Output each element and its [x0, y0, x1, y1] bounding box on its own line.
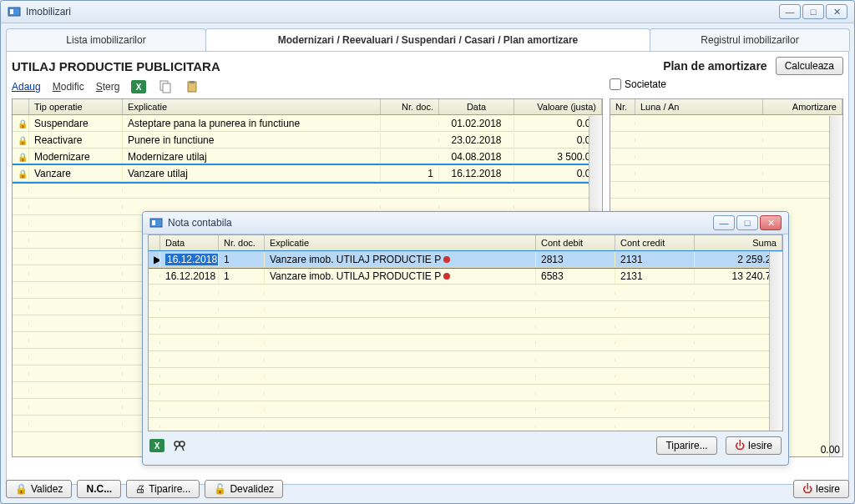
- col-valoare[interactable]: Valoare (justa): [514, 99, 602, 114]
- societate-checkbox[interactable]: [610, 78, 621, 90]
- table-row[interactable]: [149, 368, 782, 385]
- col-amort[interactable]: Amortizare: [763, 99, 842, 114]
- modal-titlebar[interactable]: Nota contabila — □ ✕: [143, 212, 788, 234]
- col-nrdoc[interactable]: Nr. doc.: [381, 99, 439, 114]
- col-nrdoc[interactable]: Nr. doc.: [219, 235, 265, 250]
- app-icon: [149, 216, 163, 229]
- scrollbar[interactable]: [829, 116, 842, 456]
- iesire-button[interactable]: ⏻Iesire: [793, 480, 849, 498]
- col-tip[interactable]: Tip operatie: [29, 99, 123, 114]
- tiparire-button[interactable]: 🖨Tiparire...: [126, 480, 200, 498]
- svg-text:X: X: [136, 83, 142, 92]
- paste-icon[interactable]: [185, 80, 200, 93]
- plan-heading: Plan de amortizare: [663, 59, 767, 73]
- tab-bar: Lista imobilizarilor Modernizari / Reeva…: [6, 28, 849, 51]
- modific-link[interactable]: Modific: [53, 81, 84, 93]
- table-row[interactable]: 🔒ModernizareModernizare utilaj04.08.2018…: [13, 149, 602, 165]
- col-luna[interactable]: Luna / An: [635, 99, 763, 114]
- status-don: [443, 256, 450, 263]
- table-row[interactable]: [149, 418, 782, 431]
- excel-icon[interactable]: X: [149, 439, 164, 452]
- tab-lista[interactable]: Lista imobilizarilor: [6, 28, 206, 51]
- printer-icon: 🖨: [135, 483, 145, 495]
- calculeaza-button[interactable]: Calculeaza: [776, 57, 843, 75]
- status-don: [443, 273, 450, 280]
- maximize-button[interactable]: □: [802, 4, 824, 19]
- power-icon: ⏻: [735, 440, 745, 451]
- table-row[interactable]: [13, 182, 602, 199]
- svg-rect-1: [10, 9, 13, 14]
- col-explicatie[interactable]: Explicatie: [265, 235, 536, 250]
- table-row[interactable]: 16.12.20181Vanzare imob. UTILAJ PRODUCTI…: [149, 268, 782, 285]
- table-row[interactable]: 🔒ReactivarePunere in functiune23.02.2018…: [13, 132, 602, 149]
- unlock-icon: 🔓: [214, 483, 226, 495]
- svg-rect-7: [190, 81, 195, 83]
- col-data[interactable]: Data: [439, 99, 514, 114]
- bottom-bar: 🔒Validez N.C... 🖨Tiparire... 🔓Devalidez …: [6, 480, 849, 498]
- minimize-button[interactable]: —: [779, 4, 801, 19]
- app-icon: [8, 5, 21, 18]
- toolbar: Adaug Modific Sterg X: [12, 80, 603, 93]
- table-row[interactable]: ▶16.12.20181Vanzare imob. UTILAJ PRODUCT…: [149, 251, 782, 268]
- svg-line-15: [182, 446, 184, 451]
- svg-rect-5: [163, 83, 170, 93]
- col-nr[interactable]: Nr.: [610, 99, 635, 114]
- table-row[interactable]: 🔒SuspendareAsteptare pana la punerea in …: [13, 115, 602, 132]
- col-data[interactable]: Data: [160, 235, 219, 250]
- col-explicatie[interactable]: Explicatie: [123, 99, 381, 114]
- validez-button[interactable]: 🔒Validez: [6, 480, 72, 498]
- svg-text:X: X: [154, 441, 160, 451]
- lock-icon: 🔒: [18, 136, 28, 145]
- modal-tiparire-button[interactable]: Tiparire...: [656, 436, 716, 455]
- svg-point-12: [175, 441, 180, 446]
- power-icon: ⏻: [802, 483, 812, 495]
- lock-icon: 🔒: [18, 169, 28, 179]
- col-cont-debit[interactable]: Cont debit: [536, 235, 615, 250]
- svg-line-14: [175, 446, 177, 451]
- table-row[interactable]: [149, 335, 782, 351]
- lock-icon: 🔒: [15, 483, 28, 495]
- sterg-link[interactable]: Sterg: [96, 81, 120, 93]
- nota-contabila-dialog: Nota contabila — □ ✕ Data Nr. doc. Expli…: [142, 211, 789, 466]
- main-title: Imobilizari: [26, 6, 779, 18]
- amort-total: 0.00: [821, 444, 840, 456]
- col-suma[interactable]: Suma: [695, 235, 782, 250]
- table-row[interactable]: 🔒VanzareVanzare utilaj116.12.20180.00: [13, 165, 602, 182]
- table-row[interactable]: [149, 401, 782, 418]
- excel-icon[interactable]: X: [131, 80, 146, 93]
- find-icon[interactable]: [173, 439, 186, 452]
- lock-icon: 🔒: [18, 119, 28, 129]
- tab-registru[interactable]: Registrul imobilizarilor: [650, 28, 850, 51]
- svg-point-13: [180, 441, 185, 446]
- table-row[interactable]: [149, 285, 782, 301]
- modal-minimize-button[interactable]: —: [713, 215, 735, 230]
- copy-icon[interactable]: [158, 80, 173, 93]
- main-titlebar[interactable]: Imobilizari — □ ✕: [1, 1, 854, 23]
- lock-icon: 🔒: [18, 153, 28, 162]
- svg-rect-9: [152, 220, 155, 225]
- modal-maximize-button[interactable]: □: [736, 215, 758, 230]
- table-row[interactable]: [149, 301, 782, 318]
- col-cont-credit[interactable]: Cont credit: [615, 235, 695, 250]
- modal-close-button[interactable]: ✕: [760, 215, 782, 230]
- page-title: UTILAJ PRODUCTIE PUBLICITARA: [12, 59, 220, 73]
- scrollbar[interactable]: [769, 252, 782, 431]
- modal-iesire-button[interactable]: ⏻Iesire: [726, 436, 782, 455]
- table-row[interactable]: [149, 318, 782, 335]
- close-button[interactable]: ✕: [826, 4, 847, 19]
- modal-title: Nota contabila: [168, 217, 713, 229]
- table-row[interactable]: [149, 351, 782, 368]
- tab-modernizari[interactable]: Modernizari / Reevaluari / Suspendari / …: [205, 28, 650, 51]
- societate-checkbox-row: Societate: [610, 78, 843, 90]
- adaug-link[interactable]: Adaug: [12, 81, 41, 93]
- societate-label: Societate: [625, 78, 666, 90]
- nc-button[interactable]: N.C...: [77, 480, 121, 498]
- devalidez-button[interactable]: 🔓Devalidez: [205, 480, 283, 498]
- table-row[interactable]: [149, 385, 782, 401]
- nota-grid[interactable]: Data Nr. doc. Explicatie Cont debit Cont…: [148, 234, 783, 431]
